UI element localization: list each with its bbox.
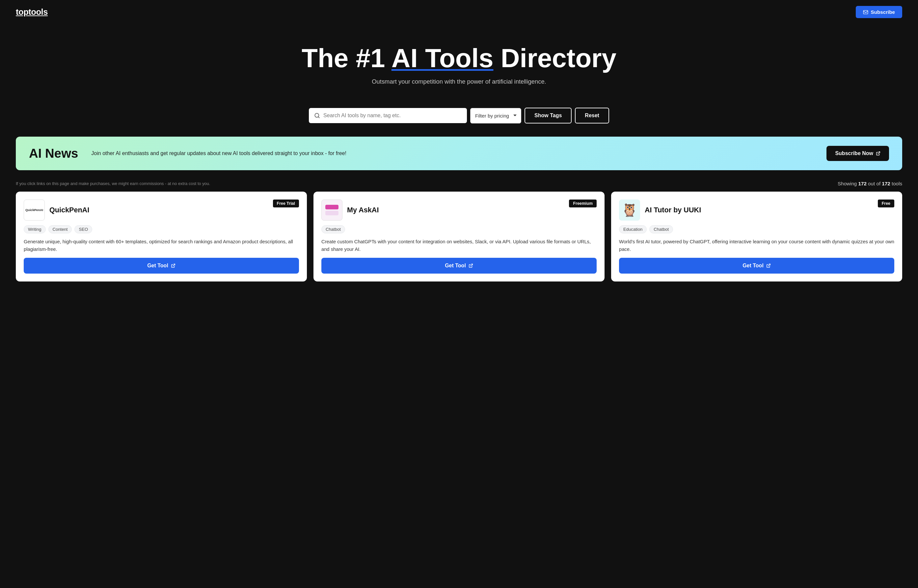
svg-line-5 [470, 264, 472, 266]
tag-seo[interactable]: SEO [74, 225, 92, 233]
hero-headline: The #1 AI Tools Directory [6, 44, 912, 73]
card-logo-quickpenai: QuickPenAI [24, 200, 45, 221]
hero-section: The #1 AI Tools Directory Outsmart your … [0, 24, 918, 101]
get-tool-button-aitutor[interactable]: Get Tool [619, 258, 894, 274]
navbar: toptools Subscribe [0, 0, 918, 24]
card-header: My AskAI Freemium [322, 200, 596, 221]
card-header: 🦉 AI Tutor by UUKI Free [619, 200, 894, 221]
card-name-quickpenai: QuickPenAI [49, 206, 89, 214]
tag-content[interactable]: Content [48, 225, 72, 233]
card-logo-title: QuickPenAI QuickPenAI [24, 200, 89, 221]
banner-subscribe-button[interactable]: Subscribe Now [826, 146, 889, 161]
tools-count: Showing 172 out of 172 tools [838, 181, 902, 186]
tool-card-myaskai: My AskAI Freemium Chatbot Create custom … [314, 192, 604, 281]
hero-subtext: Outsmart your competition with the power… [6, 78, 912, 85]
search-wrapper [309, 108, 467, 123]
svg-line-3 [878, 152, 880, 154]
owl-emoji: 🦉 [622, 202, 637, 218]
card-badge-myaskai: Freemium [569, 200, 596, 207]
search-area: Filter by pricing Free Freemium Free Tri… [0, 101, 918, 137]
email-icon [863, 10, 868, 15]
card-description-quickpenai: Generate unique, high-quality content wi… [24, 238, 299, 253]
card-logo-title: 🦉 AI Tutor by UUKI [619, 200, 701, 221]
card-logo-myaskai [322, 200, 343, 221]
card-header: QuickPenAI QuickPenAI Free Trial [24, 200, 299, 221]
meta-row: If you click links on this page and make… [0, 181, 918, 192]
search-icon [314, 113, 320, 118]
card-description-myaskai: Create custom ChatGPTs with your content… [322, 238, 596, 253]
nav-subscribe-button[interactable]: Subscribe [856, 6, 902, 18]
card-name-aitutor: AI Tutor by UUKI [645, 206, 701, 214]
count-total: 172 [882, 181, 890, 186]
get-tool-button-quickpenai[interactable]: Get Tool [24, 258, 299, 274]
card-name-myaskai: My AskAI [347, 206, 379, 214]
banner-text: Join other AI enthusiasts and get regula… [91, 149, 813, 157]
tools-grid: QuickPenAI QuickPenAI Free Trial Writing… [0, 192, 918, 297]
external-link-icon [766, 263, 771, 268]
svg-line-6 [768, 264, 770, 266]
card-description-aitutor: World's first AI tutor, powered by ChatG… [619, 238, 894, 253]
tag-writing[interactable]: Writing [24, 225, 46, 233]
search-input[interactable] [323, 108, 462, 123]
svg-line-4 [173, 264, 175, 266]
banner-title: AI News [29, 146, 78, 161]
card-tags-myaskai: Chatbot [322, 225, 596, 233]
affiliate-disclaimer: If you click links on this page and make… [16, 181, 210, 186]
count-current: 172 [858, 181, 866, 186]
card-logo-title: My AskAI [322, 200, 379, 221]
pricing-filter-select[interactable]: Filter by pricing Free Freemium Free Tri… [470, 108, 521, 123]
tool-card-aitutor: 🦉 AI Tutor by UUKI Free Education Chatbo… [611, 192, 902, 281]
show-tags-button[interactable]: Show Tags [525, 108, 572, 123]
get-tool-button-myaskai[interactable]: Get Tool [322, 258, 596, 274]
hero-headline-text2: Directory [493, 44, 616, 73]
svg-rect-0 [863, 10, 868, 14]
hero-headline-highlight: AI Tools [391, 44, 494, 73]
card-badge-quickpenai: Free Trial [273, 200, 299, 207]
card-badge-aitutor: Free [878, 200, 894, 207]
card-tags-aitutor: Education Chatbot [619, 225, 894, 233]
reset-button[interactable]: Reset [575, 108, 609, 123]
tag-chatbot[interactable]: Chatbot [322, 225, 345, 233]
card-logo-aitutor: 🦉 [619, 200, 640, 221]
hero-headline-text1: The #1 [302, 44, 391, 73]
external-link-icon [876, 151, 881, 156]
site-logo[interactable]: toptools [16, 7, 48, 17]
svg-line-2 [318, 116, 319, 118]
external-link-icon [171, 263, 176, 268]
external-link-icon [469, 263, 473, 268]
tag-education[interactable]: Education [619, 225, 646, 233]
tool-card-quickpenai: QuickPenAI QuickPenAI Free Trial Writing… [16, 192, 307, 281]
card-tags-quickpenai: Writing Content SEO [24, 225, 299, 233]
ai-news-banner: AI News Join other AI enthusiasts and ge… [16, 137, 902, 170]
tag-chatbot2[interactable]: Chatbot [649, 225, 673, 233]
